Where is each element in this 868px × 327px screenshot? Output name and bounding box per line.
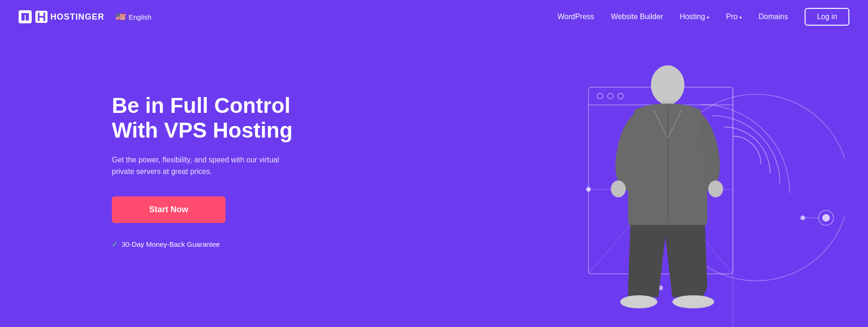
svg-point-23 bbox=[611, 181, 626, 197]
hero-subtitle: Get the power, flexibility, and speed wi… bbox=[112, 154, 280, 178]
hostinger-h-icon bbox=[35, 11, 48, 23]
svg-point-24 bbox=[708, 181, 723, 197]
hero-section: Be in Full Control With VPS Hosting Get … bbox=[0, 34, 868, 327]
nav-link-hosting[interactable]: Hosting ▾ bbox=[680, 13, 709, 21]
hero-visual bbox=[542, 34, 868, 327]
navbar-right: WordPress Website Builder Hosting ▾ Pro … bbox=[558, 8, 850, 26]
check-icon: ✓ bbox=[112, 240, 118, 249]
logo-link[interactable]: HOSTINGER bbox=[19, 10, 104, 23]
nav-link-website-builder[interactable]: Website Builder bbox=[611, 13, 663, 21]
flag-icon: 🇺🇸 bbox=[116, 12, 126, 22]
navbar-left: HOSTINGER 🇺🇸 English bbox=[19, 10, 151, 23]
login-button[interactable]: Log in bbox=[805, 8, 849, 26]
nav-link-wordpress[interactable]: WordPress bbox=[558, 13, 595, 21]
svg-point-19 bbox=[822, 214, 830, 222]
svg-point-21 bbox=[651, 65, 684, 104]
person-svg bbox=[598, 59, 738, 325]
guarantee-row: ✓ 30-Day Money-Back Guarantee bbox=[112, 240, 308, 249]
nav-link-domains[interactable]: Domains bbox=[759, 13, 788, 21]
hero-title: Be in Full Control With VPS Hosting bbox=[112, 93, 308, 143]
language-selector[interactable]: 🇺🇸 English bbox=[116, 12, 151, 22]
hero-content: Be in Full Control With VPS Hosting Get … bbox=[112, 93, 308, 267]
hosting-chevron-icon: ▾ bbox=[707, 15, 709, 20]
svg-rect-2 bbox=[21, 13, 29, 15]
brand-name: HOSTINGER bbox=[50, 12, 104, 22]
start-now-button[interactable]: Start Now bbox=[112, 196, 226, 223]
svg-point-25 bbox=[620, 295, 657, 308]
wireframe-container bbox=[574, 50, 835, 311]
pro-chevron-icon: ▾ bbox=[739, 15, 742, 20]
language-label: English bbox=[129, 13, 151, 21]
svg-point-15 bbox=[586, 187, 591, 192]
navbar: HOSTINGER 🇺🇸 English WordPress Website B… bbox=[0, 0, 868, 34]
svg-point-26 bbox=[672, 295, 714, 308]
guarantee-label: 30-Day Money-Back Guarantee bbox=[122, 240, 220, 248]
nav-link-pro[interactable]: Pro ▾ bbox=[726, 13, 742, 21]
logo-icon bbox=[19, 10, 32, 23]
